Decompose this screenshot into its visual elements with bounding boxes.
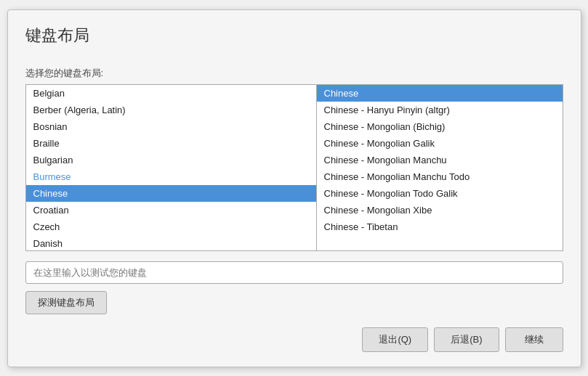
list-label: 选择您的键盘布局: bbox=[25, 67, 563, 80]
right-list-item-chinese-hanyu[interactable]: Chinese - Hanyu Pinyin (altgr) bbox=[317, 102, 563, 118]
detect-layout-button[interactable]: 探测键盘布局 bbox=[25, 291, 107, 314]
left-list-item-bosnian[interactable]: Bosnian bbox=[26, 118, 316, 135]
right-list-item-chinese-mongolian-manchu[interactable]: Chinese - Mongolian Manchu bbox=[317, 152, 563, 168]
test-input-container bbox=[25, 261, 563, 284]
dialog-footer: 退出(Q)后退(B)继续 bbox=[25, 327, 563, 352]
keyboard-lists: BelgianBerber (Algeria, Latin)BosnianBra… bbox=[25, 84, 563, 251]
test-keyboard-input[interactable] bbox=[25, 261, 563, 284]
left-list-item-bulgarian[interactable]: Bulgarian bbox=[26, 152, 316, 168]
left-list-item-berber[interactable]: Berber (Algeria, Latin) bbox=[26, 102, 316, 118]
left-list-item-chinese[interactable]: Chinese bbox=[26, 185, 316, 202]
dialog-title: 键盘布局 bbox=[25, 25, 563, 55]
left-list-item-burmese[interactable]: Burmese bbox=[26, 168, 316, 185]
left-list-item-belgian[interactable]: Belgian bbox=[26, 85, 316, 102]
quit-button[interactable]: 退出(Q) bbox=[362, 327, 428, 352]
right-list-item-chinese[interactable]: Chinese bbox=[317, 85, 563, 102]
right-list-item-chinese-mongolian-todo-galik[interactable]: Chinese - Mongolian Todo Galik bbox=[317, 185, 563, 202]
detect-button-row: 探测键盘布局 bbox=[25, 291, 563, 314]
left-list-item-croatian[interactable]: Croatian bbox=[26, 202, 316, 218]
right-list-item-chinese-mongolian-manchu-todo[interactable]: Chinese - Mongolian Manchu Todo bbox=[317, 168, 563, 185]
right-list-item-chinese-tibetan[interactable]: Chinese - Tibetan bbox=[317, 218, 563, 235]
left-list-item-braille[interactable]: Braille bbox=[26, 135, 316, 152]
right-list[interactable]: ChineseChinese - Hanyu Pinyin (altgr)Chi… bbox=[317, 85, 563, 250]
right-list-item-chinese-mongolian-xibe[interactable]: Chinese - Mongolian Xibe bbox=[317, 202, 563, 218]
right-list-item-chinese-mongolian-bichig[interactable]: Chinese - Mongolian (Bichig) bbox=[317, 118, 563, 135]
back-button[interactable]: 后退(B) bbox=[434, 327, 499, 352]
keyboard-layout-dialog: 键盘布局 选择您的键盘布局: BelgianBerber (Algeria, L… bbox=[7, 9, 581, 367]
left-list-item-danish[interactable]: Danish bbox=[26, 235, 316, 250]
continue-button[interactable]: 继续 bbox=[505, 327, 563, 352]
left-list[interactable]: BelgianBerber (Algeria, Latin)BosnianBra… bbox=[26, 85, 317, 250]
left-list-item-czech[interactable]: Czech bbox=[26, 218, 316, 235]
right-list-item-chinese-mongolian-galik[interactable]: Chinese - Mongolian Galik bbox=[317, 135, 563, 152]
